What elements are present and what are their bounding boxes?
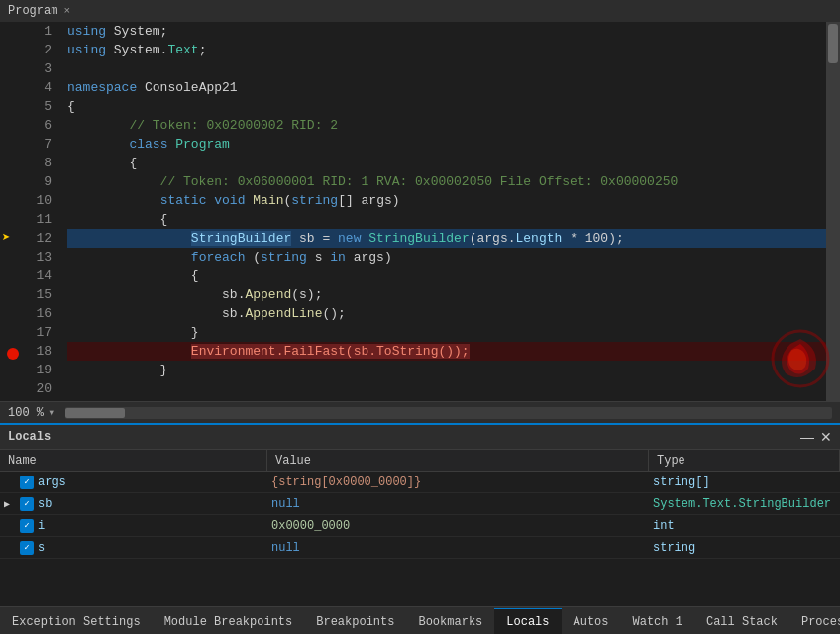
zoom-dropdown-icon[interactable]: ▾ bbox=[48, 404, 55, 421]
line-number: 14 bbox=[20, 266, 52, 285]
code-line: // Token: 0x02000002 RID: 2 bbox=[67, 116, 826, 135]
var-name-cell: args bbox=[0, 472, 267, 492]
table-row[interactable]: ▶sbnullSystem.Text.StringBuilder bbox=[0, 493, 840, 515]
code-line: { bbox=[67, 266, 826, 285]
var-name-cell: i bbox=[0, 515, 267, 536]
line-number: 16 bbox=[20, 304, 52, 323]
code-line: { bbox=[67, 97, 826, 116]
table-row[interactable]: args{string[0x0000_0000]}string[] bbox=[0, 472, 840, 493]
current-line-arrow: ➤ bbox=[2, 229, 10, 248]
var-type-cell: string[] bbox=[649, 472, 840, 492]
code-line: // Token: 0x06000001 RID: 1 RVA: 0x00002… bbox=[67, 172, 826, 191]
var-value-cell: null bbox=[267, 537, 649, 558]
line-number: 11 bbox=[20, 210, 52, 229]
bottom-tab-autos[interactable]: Autos bbox=[562, 608, 621, 634]
gutter: ➤ bbox=[0, 22, 20, 401]
horizontal-scrollbar-thumb[interactable] bbox=[65, 408, 125, 418]
code-line: { bbox=[67, 210, 826, 229]
code-line: StringBuilder sb = new StringBuilder(arg… bbox=[67, 229, 826, 248]
var-name: args bbox=[38, 476, 66, 489]
table-header: Name Value Type bbox=[0, 450, 840, 472]
col-header-name: Name bbox=[0, 450, 267, 471]
code-line: } bbox=[67, 323, 826, 342]
line-number: 13 bbox=[20, 248, 52, 266]
var-name-cell: ▶sb bbox=[0, 493, 267, 514]
horizontal-scrollbar[interactable] bbox=[65, 407, 832, 419]
line-number: 17 bbox=[20, 323, 52, 342]
code-line bbox=[67, 59, 826, 78]
table-body: args{string[0x0000_0000]}string[]▶sbnull… bbox=[0, 472, 840, 559]
code-line: static void Main(string[] args) bbox=[67, 191, 826, 210]
code-line: } bbox=[67, 361, 826, 379]
locals-table: Name Value Type args{string[0x0000_0000]… bbox=[0, 450, 840, 606]
var-icon bbox=[20, 476, 34, 489]
bottom-tab-bookmarks[interactable]: Bookmarks bbox=[406, 608, 494, 634]
title-bar: Program × bbox=[0, 0, 840, 22]
bottom-tabs: Exception SettingsModule BreakpointsBrea… bbox=[0, 606, 840, 634]
code-line bbox=[67, 379, 826, 398]
zoom-bar: 100 % ▾ bbox=[0, 401, 840, 423]
vs-logo bbox=[771, 329, 830, 388]
logo-svg bbox=[771, 329, 830, 388]
close-icon[interactable]: × bbox=[63, 5, 70, 17]
var-name: s bbox=[38, 541, 45, 555]
zoom-level: 100 % bbox=[8, 406, 44, 420]
line-number: 8 bbox=[20, 154, 52, 172]
panel-minimize-button[interactable]: — bbox=[800, 430, 814, 444]
col-header-value: Value bbox=[267, 450, 649, 471]
line-number: 9 bbox=[20, 172, 52, 191]
bottom-tab-call-stack[interactable]: Call Stack bbox=[694, 608, 789, 634]
bottom-tab-module-breakpoints[interactable]: Module Breakpoints bbox=[153, 608, 305, 634]
code-line: sb.Append(s); bbox=[67, 285, 826, 304]
expand-arrow[interactable]: ▶ bbox=[4, 498, 18, 510]
bottom-tab-exception-settings[interactable]: Exception Settings bbox=[0, 608, 153, 634]
line-number: 5 bbox=[20, 97, 52, 116]
bottom-tab-breakpoints[interactable]: Breakpoints bbox=[304, 608, 406, 634]
var-type-cell: int bbox=[649, 515, 840, 536]
var-icon bbox=[20, 497, 34, 511]
line-number: 1 bbox=[20, 22, 52, 41]
locals-panel: Locals — ✕ Name Value Type args{string[0… bbox=[0, 423, 840, 606]
panel-close-button[interactable]: ✕ bbox=[820, 430, 832, 444]
code-line: using System; bbox=[67, 22, 826, 41]
scrollbar-thumb[interactable] bbox=[828, 24, 838, 63]
line-number: 15 bbox=[20, 285, 52, 304]
bottom-tab-processes[interactable]: Processes bbox=[789, 608, 840, 634]
bottom-tab-watch-1[interactable]: Watch 1 bbox=[621, 608, 694, 634]
code-line: class Program bbox=[67, 135, 826, 154]
var-type-cell: string bbox=[649, 537, 840, 558]
editor-title: Program bbox=[8, 4, 57, 18]
line-number: 3 bbox=[20, 59, 52, 78]
var-icon bbox=[20, 541, 34, 555]
code-line: Environment.FailFast(sb.ToString()); bbox=[67, 342, 826, 361]
line-number: 10 bbox=[20, 191, 52, 210]
line-number: 4 bbox=[20, 78, 52, 97]
line-number: 2 bbox=[20, 41, 52, 59]
var-value-cell: {string[0x0000_0000]} bbox=[267, 472, 649, 492]
bottom-tab-locals[interactable]: Locals bbox=[494, 608, 561, 634]
line-number: 20 bbox=[20, 379, 52, 398]
table-row[interactable]: snullstring bbox=[0, 537, 840, 559]
code-content[interactable]: using System;using System.Text; namespac… bbox=[59, 22, 826, 401]
code-line: { bbox=[67, 154, 826, 172]
var-icon bbox=[20, 519, 34, 533]
line-number: 21 bbox=[20, 398, 52, 401]
var-name: i bbox=[38, 519, 45, 533]
var-name-cell: s bbox=[0, 537, 267, 558]
table-row[interactable]: i0x0000_0000int bbox=[0, 515, 840, 537]
code-container: ➤ 1234567891011121314151617181920212223 … bbox=[0, 22, 840, 401]
code-line: sb.AppendLine(); bbox=[67, 304, 826, 323]
editor-area: ➤ 1234567891011121314151617181920212223 … bbox=[0, 22, 840, 423]
panel-controls: — ✕ bbox=[800, 430, 832, 444]
line-number: 12 bbox=[20, 229, 52, 248]
line-numbers: 1234567891011121314151617181920212223 bbox=[20, 22, 59, 401]
line-number: 7 bbox=[20, 135, 52, 154]
panel-title: Locals bbox=[8, 430, 51, 444]
var-value-cell: null bbox=[267, 493, 649, 514]
code-line: foreach (string s in args) bbox=[67, 248, 826, 266]
line-number: 19 bbox=[20, 361, 52, 379]
col-header-type: Type bbox=[649, 450, 840, 471]
line-number: 18 bbox=[20, 342, 52, 361]
var-type-cell: System.Text.StringBuilder bbox=[649, 493, 840, 514]
line-number: 6 bbox=[20, 116, 52, 135]
